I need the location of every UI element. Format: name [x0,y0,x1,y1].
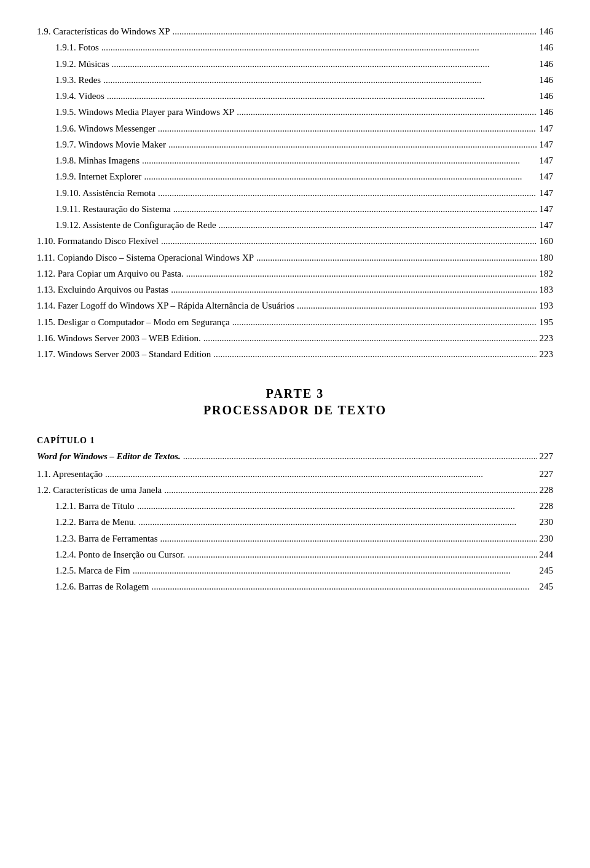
toc-entry-1.2: 1.2. Características de uma Janela228 [37,483,553,498]
toc-page-1.14: 193 [540,299,554,313]
toc-page-1.9.10: 147 [540,186,554,200]
part-heading: PARTE 3 PROCESSADOR DE TEXTO [37,387,553,417]
toc-label-1.9.4: 1.9.4. Vídeos [37,89,104,103]
toc-dots-1.11 [256,251,537,266]
toc-entry-1.15: 1.15. Desligar o Computador – Modo em Se… [37,315,553,330]
toc-label-1.9.6: 1.9.6. Windows Messenger [37,122,155,136]
toc-dots-1.2.6 [151,580,537,594]
part-title: PROCESSADOR DE TEXTO [37,403,553,417]
toc-entry-1.2.4: 1.2.4. Ponto de Inserção ou Cursor.244 [37,548,553,562]
toc-label-1.10: 1.10. Formatando Disco Flexível [37,234,159,248]
toc-entry-1.9.12: 1.9.12. Assistente de Configuração de Re… [37,218,553,233]
toc-label-1.12: 1.12. Para Copiar um Arquivo ou Pasta. [37,267,184,281]
toc-section: 1.9. Características do Windows XP1461.9… [37,25,553,595]
toc-page-1.2.5: 245 [540,564,554,578]
toc-dots-1.2.3 [160,532,537,546]
toc-page-1.9.12: 147 [540,218,554,232]
toc-dots-1.9.6 [158,122,537,136]
toc-dots-1.13 [171,283,537,298]
toc-dots-1.2.5 [133,564,537,578]
toc-label-1.14: 1.14. Fazer Logoff do Windows XP – Rápid… [37,299,294,313]
toc-page-1.9.1: 146 [540,41,554,55]
toc-dots-1.9.11 [173,202,537,217]
toc-dots-1.10 [161,234,537,249]
toc-entry-1.9.3: 1.9.3. Redes146 [37,73,553,88]
toc-label-1.9.3: 1.9.3. Redes [37,73,101,87]
toc-dots-1.9.12 [219,218,537,233]
chapter-title-italic: Word for Windows [37,451,108,461]
toc-entry-1.10: 1.10. Formatando Disco Flexível160 [37,234,553,249]
toc-dots-1.9.1 [101,41,537,55]
chapter-page: 227 [540,449,554,464]
toc-entry-1.9.11: 1.9.11. Restauração do Sistema147 [37,202,553,217]
toc-page-1.9.6: 147 [540,122,554,136]
chapter-heading: CAPÍTULO 1 [37,436,553,446]
toc-entry-1.11: 1.11. Copiando Disco – Sistema Operacion… [37,251,553,266]
toc-dots-1.9 [173,25,537,39]
toc-label-1.16: 1.16. Windows Server 2003 – WEB Edition. [37,331,201,345]
toc-page-1.9.5: 146 [540,105,554,119]
toc-page-1.9.11: 147 [540,202,554,216]
toc-dots-1.15 [232,315,537,330]
toc-label-1.2.4: 1.2.4. Ponto de Inserção ou Cursor. [37,548,185,562]
toc-page-1.12: 182 [540,267,554,281]
toc-page-1.9.4: 146 [540,89,554,103]
toc-entry-1.14: 1.14. Fazer Logoff do Windows XP – Rápid… [37,299,553,314]
chapter-title-entry: Word for Windows – Editor de Textos. 227 [37,449,553,464]
toc-label-1.15: 1.15. Desligar o Computador – Modo em Se… [37,315,230,329]
toc-dots-1.2.1 [137,499,537,514]
toc-label-1.2.1: 1.2.1. Barra de Título [37,499,135,513]
toc-dots-1.17 [213,347,537,362]
toc-label-1.17: 1.17. Windows Server 2003 – Standard Edi… [37,347,211,361]
toc-dots-1.9.3 [103,73,537,88]
toc-label-1.9.9: 1.9.9. Internet Explorer [37,170,141,184]
toc-label-1.9.8: 1.9.8. Minhas Imagens [37,154,140,168]
chapter-title-rest: – Editor de Textos. [108,451,181,461]
toc-page-1.2.2: 230 [540,515,554,529]
toc-label-1.9.10: 1.9.10. Assistência Remota [37,186,155,200]
toc-entry-1.9: 1.9. Características do Windows XP146 [37,25,553,39]
chapter-label: CAPÍTULO 1 [37,436,553,446]
toc-page-1.13: 183 [540,283,554,297]
sub-entries: 1.1. Apresentação2271.2. Características… [37,467,553,595]
toc-entry-1.13: 1.13. Excluindo Arquivos ou Pastas183 [37,283,553,298]
toc-dots-1.16 [203,331,537,346]
toc-entry-1.16: 1.16. Windows Server 2003 – WEB Edition.… [37,331,553,346]
toc-label-1.11: 1.11. Copiando Disco – Sistema Operacion… [37,251,254,265]
toc-entry-1.2.6: 1.2.6. Barras de Rolagem245 [37,580,553,594]
toc-dots-1.9.10 [158,186,537,201]
toc-dots-1.14 [297,299,537,314]
toc-entry-1.2.2: 1.2.2. Barra de Menu.230 [37,515,553,530]
toc-page-1.2.4: 244 [540,548,554,562]
toc-page-1.9: 146 [540,25,554,39]
toc-entry-1.2.5: 1.2.5. Marca de Fim245 [37,564,553,578]
toc-dots-1.9.8 [142,154,537,168]
toc-page-1.9.7: 147 [540,138,554,152]
toc-dots-1.9.9 [144,170,537,184]
toc-dots-1.9.5 [237,105,537,120]
toc-page-1.9.2: 146 [540,57,554,71]
toc-entry-1.9.6: 1.9.6. Windows Messenger147 [37,122,553,136]
toc-page-1.9.3: 146 [540,73,554,87]
chapter-title-label: Word for Windows – Editor de Textos. [37,449,181,464]
toc-entry-1.9.4: 1.9.4. Vídeos146 [37,89,553,104]
toc-dots-1.9.2 [112,57,537,72]
toc-label-1.9.2: 1.9.2. Músicas [37,57,109,71]
toc-label-1.2.3: 1.2.3. Barra de Ferramentas [37,532,158,546]
toc-entry-1.2.3: 1.2.3. Barra de Ferramentas230 [37,532,553,546]
toc-label-1.9.12: 1.9.12. Assistente de Configuração de Re… [37,218,216,232]
toc-label-1.2.2: 1.2.2. Barra de Menu. [37,515,136,529]
toc-page-1.2.6: 245 [540,580,554,594]
toc-page-1.17: 223 [540,347,554,361]
toc-entry-1.9.5: 1.9.5. Windows Media Player para Windows… [37,105,553,120]
toc-label-1.1: 1.1. Apresentação [37,467,103,481]
toc-entry-1.9.2: 1.9.2. Músicas146 [37,57,553,72]
toc-label-1.2: 1.2. Características de uma Janela [37,483,162,497]
toc-label-1.13: 1.13. Excluindo Arquivos ou Pastas [37,283,168,297]
toc-dots-1.2.4 [187,548,537,562]
toc-entry-1.9.9: 1.9.9. Internet Explorer147 [37,170,553,184]
toc-dots-1.2.2 [138,515,537,530]
chapter-dots [183,449,537,464]
toc-dots-1.1 [105,467,537,482]
toc-page-1.9.9: 147 [540,170,554,184]
